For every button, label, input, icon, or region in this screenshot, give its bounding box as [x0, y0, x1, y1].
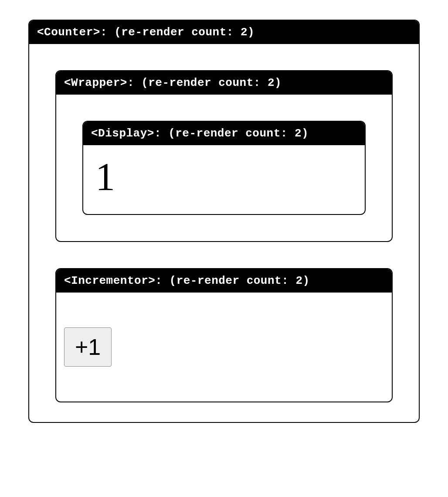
display-panel: <Display>: (re-render count: 2) 1 [82, 121, 366, 215]
incrementor-header: <Incrementor>: (re-render count: 2) [56, 269, 392, 293]
wrapper-panel: <Wrapper>: (re-render count: 2) <Display… [55, 70, 393, 242]
counter-body: <Wrapper>: (re-render count: 2) <Display… [29, 44, 419, 422]
wrapper-body: <Display>: (re-render count: 2) 1 [56, 95, 392, 241]
display-header: <Display>: (re-render count: 2) [83, 122, 365, 145]
counter-panel: <Counter>: (re-render count: 2) <Wrapper… [28, 20, 420, 423]
incrementor-panel: <Incrementor>: (re-render count: 2) +1 [55, 268, 393, 402]
incrementor-body: +1 [56, 293, 392, 402]
display-value: 1 [95, 157, 353, 197]
wrapper-header: <Wrapper>: (re-render count: 2) [56, 71, 392, 95]
increment-button[interactable]: +1 [64, 327, 112, 367]
display-body: 1 [83, 145, 365, 214]
counter-header: <Counter>: (re-render count: 2) [29, 20, 419, 44]
